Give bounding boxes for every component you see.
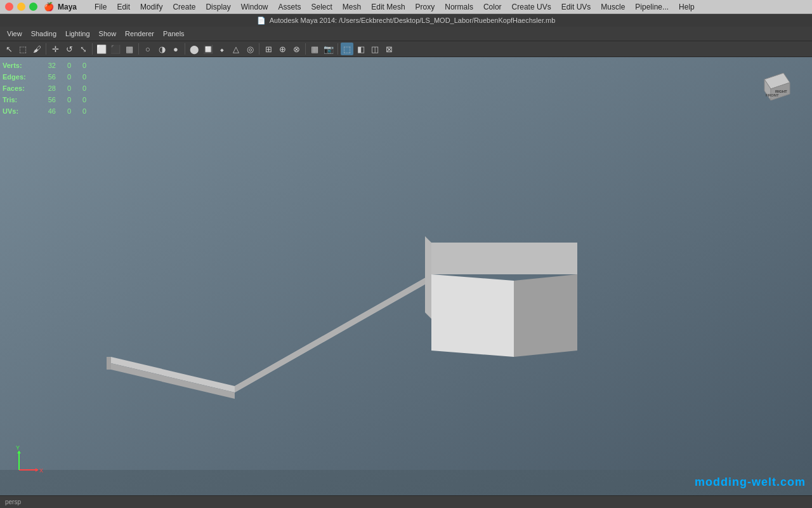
- menu-item-proxy[interactable]: Proxy: [410, 1, 440, 13]
- select-mask-button[interactable]: ⬚: [341, 43, 353, 55]
- cone-button[interactable]: △: [230, 43, 242, 55]
- textured-button[interactable]: ▦: [123, 43, 136, 55]
- grid-button[interactable]: ⊞: [262, 43, 275, 55]
- viewport-menu-show[interactable]: Show: [95, 29, 121, 38]
- rotate-tool-button[interactable]: ↺: [63, 43, 75, 55]
- svg-marker-24: [431, 243, 577, 274]
- close-button[interactable]: [5, 3, 13, 11]
- toolbar-separator-1: [46, 43, 46, 55]
- uvs-tri: 0: [74, 105, 86, 117]
- view-cube[interactable]: FRONT RIGHT: [755, 64, 799, 108]
- snap-surface-button[interactable]: ⊕: [276, 43, 289, 55]
- shaded-button[interactable]: ⬛: [109, 43, 122, 55]
- scale-tool-button[interactable]: ⤡: [77, 43, 89, 55]
- toolbar-separator-6: [305, 43, 306, 55]
- svg-marker-38: [17, 451, 21, 453]
- menu-item-normals[interactable]: Normals: [440, 1, 478, 13]
- file-title-bar: 📄 Autodesk Maya 2014: /Users/Eckbrecht/D…: [0, 14, 812, 27]
- file-icon: 📄: [257, 17, 266, 25]
- maximize-button[interactable]: [29, 3, 37, 11]
- window-controls: [5, 3, 37, 11]
- menu-item-edit-uvs[interactable]: Edit UVs: [556, 1, 596, 13]
- menu-item-display[interactable]: Display: [200, 1, 235, 13]
- uvs-label: UVs:: [3, 105, 34, 117]
- menu-item-color[interactable]: Color: [478, 1, 507, 13]
- menu-item-assets[interactable]: Assets: [273, 1, 306, 13]
- verts-row: Verts: 32 0 0: [3, 60, 86, 71]
- faces-sel: 0: [58, 83, 71, 94]
- status-bar: persp: [0, 495, 812, 508]
- toolbar-separator-3: [138, 43, 139, 55]
- camera-button[interactable]: 📷: [322, 43, 335, 55]
- hierarchy-button[interactable]: ⊠: [383, 43, 395, 55]
- lasso-tool-button[interactable]: ⬚: [16, 43, 29, 55]
- svg-marker-25: [431, 274, 514, 357]
- verts-value: 32: [37, 60, 56, 71]
- tris-row: Tris: 56 0 0: [3, 94, 86, 105]
- svg-marker-35: [36, 468, 38, 472]
- status-text: persp: [5, 498, 21, 505]
- menu-item-modify[interactable]: Modify: [135, 1, 167, 13]
- viewport-menu-view[interactable]: View: [3, 29, 27, 38]
- svg-text:RIGHT: RIGHT: [775, 90, 787, 93]
- svg-text:Y: Y: [16, 444, 20, 451]
- viewport[interactable]: Verts: 32 0 0 Edges: 56 0 0 Faces: 28 0 …: [0, 57, 812, 495]
- menu-item-window[interactable]: Window: [236, 1, 273, 13]
- svg-text:FRONT: FRONT: [766, 93, 779, 97]
- cube-button[interactable]: 🔲: [202, 43, 214, 55]
- viewport-menu-renderer[interactable]: Renderer: [121, 29, 159, 38]
- app-icon: 🍎: [44, 2, 54, 11]
- svg-marker-28: [107, 357, 111, 370]
- light-button-3[interactable]: ●: [169, 43, 182, 55]
- watermark: modding-welt.com: [695, 476, 806, 489]
- cylinder-button[interactable]: ⬥: [216, 43, 228, 55]
- faces-label: Faces:: [3, 83, 34, 94]
- tris-sel: 0: [58, 94, 71, 105]
- torus-button[interactable]: ◎: [244, 43, 256, 55]
- light-button-2[interactable]: ◑: [155, 43, 168, 55]
- edges-value: 56: [37, 71, 56, 83]
- menu-item-help[interactable]: Help: [674, 1, 700, 13]
- viewport-menu-lighting[interactable]: Lighting: [61, 29, 95, 38]
- paint-select-button[interactable]: 🖌: [30, 43, 43, 55]
- tris-label: Tris:: [3, 94, 34, 105]
- viewport-menu-panels[interactable]: Panels: [159, 29, 189, 38]
- menu-item-select[interactable]: Select: [306, 1, 337, 13]
- object-mode-button[interactable]: ◧: [355, 43, 367, 55]
- show-grid-button[interactable]: ▦: [308, 43, 321, 55]
- uvs-row: UVs: 46 0 0: [3, 105, 86, 117]
- sphere-button[interactable]: ⬤: [188, 43, 200, 55]
- svg-rect-20: [0, 57, 812, 470]
- viewport-menu-shading[interactable]: Shading: [27, 29, 61, 38]
- faces-tri: 0: [74, 83, 86, 94]
- file-path: Autodesk Maya 2014: /Users/Eckbrecht/Des…: [270, 17, 556, 24]
- menu-item-mesh[interactable]: Mesh: [337, 1, 366, 13]
- menu-item-pipeline...[interactable]: Pipeline...: [630, 1, 674, 13]
- component-mode-button[interactable]: ◫: [369, 43, 381, 55]
- app-name: Maya: [58, 3, 77, 11]
- faces-row: Faces: 28 0 0: [3, 83, 86, 94]
- uvs-value: 46: [37, 105, 56, 117]
- verts-tri: 0: [74, 60, 86, 71]
- menu-item-create-uvs[interactable]: Create UVs: [507, 1, 556, 13]
- select-tool-button[interactable]: ↖: [3, 43, 15, 55]
- tris-tri: 0: [74, 94, 86, 105]
- svg-marker-26: [514, 274, 577, 357]
- menu-item-create[interactable]: Create: [167, 1, 200, 13]
- move-tool-button[interactable]: ✛: [49, 43, 62, 55]
- toolbar: ↖ ⬚ 🖌 ✛ ↺ ⤡ ⬜ ⬛ ▦ ○ ◑ ● ⬤ 🔲 ⬥ △ ◎ ⊞ ⊕ ⊗ …: [0, 41, 812, 57]
- menu-item-edit[interactable]: Edit: [112, 1, 135, 13]
- menu-item-file[interactable]: File: [89, 1, 112, 13]
- edges-row: Edges: 56 0 0: [3, 71, 86, 83]
- snap-curve-button[interactable]: ⊗: [290, 43, 303, 55]
- toolbar-separator-7: [337, 43, 338, 55]
- toolbar-separator-5: [259, 43, 259, 55]
- menu-item-edit-mesh[interactable]: Edit Mesh: [366, 1, 410, 13]
- minimize-button[interactable]: [17, 3, 25, 11]
- menu-item-muscle[interactable]: Muscle: [596, 1, 630, 13]
- wireframe-button[interactable]: ⬜: [95, 43, 108, 55]
- light-button-1[interactable]: ○: [141, 43, 154, 55]
- faces-value: 28: [37, 83, 56, 94]
- toolbar-separator-2: [92, 43, 93, 55]
- viewport-menu-bar: ViewShadingLightingShowRendererPanels: [0, 27, 812, 41]
